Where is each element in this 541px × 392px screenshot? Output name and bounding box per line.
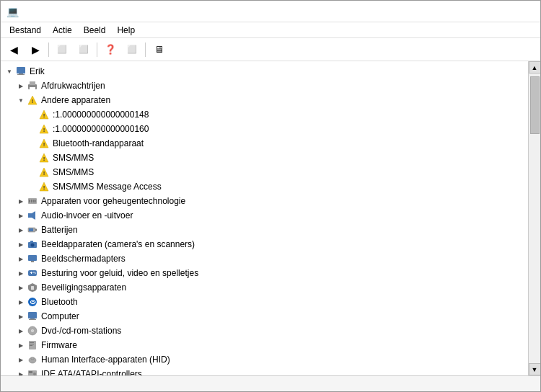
svg-point-48 [32, 330, 33, 331]
toolbar-btn1[interactable]: ⬜ [52, 40, 72, 59]
close-button[interactable] [501, 1, 535, 22]
menu-actie[interactable]: Actie [47, 24, 78, 37]
menu-bestand[interactable]: Bestand [4, 24, 47, 37]
tree-item-hid[interactable]: ▶Human Interface-apparaten (HID) [1, 352, 528, 367]
tree-expander-gaming[interactable]: ▶ [15, 267, 27, 279]
scroll-down-arrow[interactable]: ▼ [529, 363, 541, 375]
tree-expander-dvd[interactable]: ▶ [15, 325, 27, 337]
tree-item-dvd[interactable]: ▶Dvd-/cd-rom-stations [1, 324, 528, 338]
tree-expander-smsmsg[interactable] [27, 181, 38, 192]
tree-item-camera[interactable]: ▶Beeldapparaten (camera's en scanners) [1, 237, 528, 251]
tree-item-erik[interactable]: ▼Erik [1, 64, 528, 79]
toolbar-btn3[interactable]: ⬜ [122, 40, 142, 59]
tree-item-computer[interactable]: ▶Computer [1, 309, 528, 324]
tree-item-btrand[interactable]: !Bluetooth-randapparaat [1, 136, 528, 151]
toolbar-forward[interactable]: ▶ [25, 40, 45, 59]
device-tree[interactable]: ▼Erik▶Afdrukwachtrijen▼!Andere apparaten… [1, 61, 528, 375]
svg-point-31 [31, 244, 35, 247]
tree-expander-btrand[interactable] [27, 138, 38, 149]
tree-icon-firmware [27, 339, 38, 351]
tree-label-audio: Audio-invoer en -uitvoer [41, 210, 133, 220]
tree-item-other[interactable]: ▼!Andere apparaten [1, 93, 528, 107]
tree-item-battery[interactable]: ▶Batterijen [1, 223, 528, 237]
tree-item-gaming[interactable]: ▶Besturing voor geluid, video en spellet… [1, 266, 528, 280]
tree-label-hid: Human Interface-apparaten (HID) [41, 355, 170, 365]
tree-expander-computer[interactable]: ▶ [15, 311, 27, 322]
scroll-track[interactable] [529, 74, 540, 363]
svg-rect-5 [30, 87, 35, 90]
vertical-scrollbar[interactable]: ▲ ▼ [528, 61, 540, 375]
tree-expander-display[interactable]: ▶ [15, 253, 27, 264]
tree-item-smsmsg[interactable]: !SMS/MMS Message Access [1, 179, 528, 194]
svg-rect-56 [29, 371, 32, 373]
scroll-thumb[interactable] [530, 76, 540, 134]
tree-item-mem[interactable]: ▶Apparaten voor geheugentechnologie [1, 194, 528, 208]
tree-item-dev1[interactable]: !:1.000000000000000148 [1, 107, 528, 122]
tree-expander-erik[interactable]: ▼ [4, 66, 15, 77]
svg-rect-22 [31, 200, 32, 202]
tree-expander-camera[interactable]: ▶ [15, 239, 27, 250]
toolbar-back[interactable]: ◀ [4, 40, 24, 59]
window-controls [432, 1, 535, 22]
tree-expander-battery[interactable]: ▶ [15, 224, 27, 236]
svg-rect-21 [29, 200, 30, 202]
tree-expander-dev1[interactable] [27, 109, 38, 120]
svg-rect-34 [31, 261, 34, 262]
tree-item-ide[interactable]: ▶IDE ATA/ATAPI-controllers [1, 367, 528, 375]
tree-expander-hid[interactable]: ▶ [15, 354, 27, 365]
tree-expander-firmware[interactable]: ▶ [15, 339, 27, 351]
tree-expander-security[interactable]: ▶ [15, 282, 27, 293]
svg-rect-0 [17, 67, 25, 74]
tree-expander-audio[interactable]: ▶ [15, 210, 27, 221]
toolbar-help[interactable]: ❓ [100, 40, 120, 59]
svg-rect-4 [30, 81, 35, 85]
minimize-button[interactable] [432, 1, 465, 22]
toolbar-sep1 [48, 43, 49, 57]
toolbar-monitor[interactable]: 🖥 [149, 40, 169, 59]
tree-label-sms2: SMS/MMS [53, 167, 94, 177]
tree-expander-other[interactable]: ▼ [15, 94, 27, 106]
menu-beeld[interactable]: Beeld [78, 24, 112, 37]
app-window: 💻 Bestand Actie Beeld Help ◀ ▶ ⬜ ⬜ ❓ ⬜ 🖥… [0, 0, 541, 392]
tree-item-display[interactable]: ▶Beeldschermadapters [1, 251, 528, 266]
tree-icon-erik [15, 66, 27, 77]
tree-icon-btrand: ! [38, 138, 50, 149]
maximize-button[interactable] [467, 1, 500, 22]
tree-label-ide: IDE ATA/ATAPI-controllers [41, 369, 142, 375]
tree-expander-print[interactable]: ▶ [15, 80, 27, 92]
tree-item-sms1[interactable]: !SMS/MMS [1, 151, 528, 165]
tree-expander-dev2[interactable] [27, 123, 38, 135]
tree-expander-mem[interactable]: ▶ [15, 195, 27, 207]
title-bar: 💻 [1, 1, 540, 22]
svg-point-39 [35, 272, 36, 274]
svg-rect-37 [31, 272, 32, 274]
tree-item-firmware[interactable]: ▶Firmware [1, 338, 528, 352]
scroll-up-arrow[interactable]: ▲ [529, 61, 541, 74]
tree-icon-other: ! [27, 94, 38, 106]
tree-expander-sms1[interactable] [27, 152, 38, 164]
tree-item-security[interactable]: ▶Beveiligingsapparaten [1, 280, 528, 295]
tree-expander-ide[interactable]: ▶ [15, 368, 27, 375]
tree-item-print[interactable]: ▶Afdrukwachtrijen [1, 79, 528, 93]
svg-text:!: ! [43, 141, 45, 148]
tree-icon-audio [27, 210, 38, 221]
tree-item-bluetooth[interactable]: ▶⭖Bluetooth [1, 295, 528, 309]
tree-label-security: Beveiligingsapparaten [41, 282, 126, 293]
title-bar-left: 💻 [6, 6, 25, 17]
svg-text:!: ! [43, 184, 45, 191]
status-bar [1, 375, 540, 391]
tree-label-gaming: Besturing voor geluid, video en spelletj… [41, 268, 198, 278]
tree-icon-dev1: ! [38, 109, 50, 120]
toolbar-btn2[interactable]: ⬜ [74, 40, 94, 59]
tree-item-dev2[interactable]: !:1.000000000000000160 [1, 122, 528, 136]
tree-icon-hid [27, 354, 38, 365]
svg-rect-23 [33, 200, 35, 202]
svg-text:!: ! [43, 156, 45, 162]
tree-icon-dvd [27, 325, 38, 337]
tree-item-sms2[interactable]: !SMS/MMS [1, 165, 528, 179]
tree-expander-bluetooth[interactable]: ▶ [15, 296, 27, 308]
tree-expander-sms2[interactable] [27, 166, 38, 178]
menu-help[interactable]: Help [111, 24, 141, 37]
tree-item-audio[interactable]: ▶Audio-invoer en -uitvoer [1, 208, 528, 223]
tree-icon-dev2: ! [38, 123, 50, 135]
